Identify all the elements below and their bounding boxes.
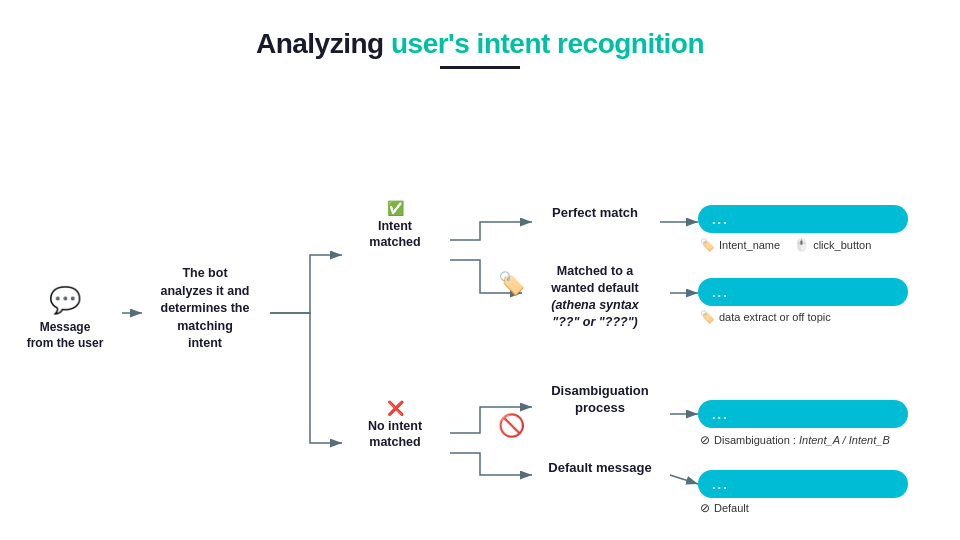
title-area: Analyzing user's intent recognition — [0, 0, 960, 75]
sublabel-disambig-text: Disambiguation : Intent_A / Intent_B — [714, 434, 890, 446]
analyze-label: The botanalyzes it anddetermines thematc… — [161, 265, 250, 353]
perfect-match-label: Perfect match — [552, 205, 638, 220]
intent-matched-label: Intentmatched — [369, 218, 420, 251]
node-default-message: Default message — [530, 460, 670, 475]
sublabel-wanted-text: data extract or off topic — [719, 311, 831, 323]
box-wanted: ... — [698, 278, 908, 306]
default-message-label: Default message — [548, 460, 651, 475]
check-icon: ✅ — [387, 200, 404, 216]
sublabel-perfect-text1: Intent_name — [719, 239, 780, 251]
diagram: 💬 Messagefrom the user The botanalyzes i… — [0, 85, 960, 535]
box-disambig: ... — [698, 400, 908, 428]
box-wanted-dots: ... — [712, 285, 729, 300]
title-part1: Analyzing — [256, 28, 391, 59]
node-disambiguation: Disambiguationprocess — [530, 383, 670, 417]
disambiguation-label: Disambiguationprocess — [551, 383, 649, 417]
box-default: ... — [698, 470, 908, 498]
node-perfect-match: Perfect match — [530, 205, 660, 220]
tag-icon-perfect: 🏷️ — [700, 238, 715, 252]
node-message: 💬 Messagefrom the user — [10, 285, 120, 351]
node-wanted-default: Matched to awanted default(athena syntax… — [520, 263, 670, 331]
sublabel-disambig: ⊘ Disambiguation : Intent_A / Intent_B — [700, 433, 890, 447]
mouse-icon-perfect: 🖱️ — [794, 238, 809, 252]
no-icon-default: ⊘ — [700, 501, 710, 515]
box-perfect: ... — [698, 205, 908, 233]
svg-line-5 — [670, 475, 698, 484]
no-icon: 🚫 — [498, 413, 525, 439]
node-analyze: The botanalyzes it anddetermines thematc… — [140, 265, 270, 353]
no-intent-label: No intentmatched — [368, 418, 422, 451]
box-default-dots: ... — [712, 477, 729, 492]
x-icon: ❌ — [387, 400, 404, 416]
sublabel-default: ⊘ Default — [700, 501, 749, 515]
node-no-intent: ❌ No intentmatched — [340, 400, 450, 451]
message-label: Messagefrom the user — [27, 320, 104, 351]
sublabel-default-text: Default — [714, 502, 749, 514]
wanted-default-label: Matched to awanted default(athena syntax… — [551, 263, 639, 331]
sublabel-perfect-text2: click_button — [813, 239, 871, 251]
message-icon: 💬 — [49, 285, 81, 316]
no-icon-disambig: ⊘ — [700, 433, 710, 447]
title-underline — [440, 66, 520, 69]
box-disambig-dots: ... — [712, 407, 729, 422]
sublabel-wanted: 🏷️ data extract or off topic — [700, 310, 831, 324]
tag-icon-wanted: 🏷️ — [700, 310, 715, 324]
page-title: Analyzing user's intent recognition — [0, 28, 960, 60]
title-accent: user's intent recognition — [391, 28, 704, 59]
sublabel-perfect: 🏷️ Intent_name 🖱️ click_button — [700, 238, 871, 252]
node-intent-matched: ✅ Intentmatched — [340, 200, 450, 251]
box-perfect-dots: ... — [712, 212, 729, 227]
